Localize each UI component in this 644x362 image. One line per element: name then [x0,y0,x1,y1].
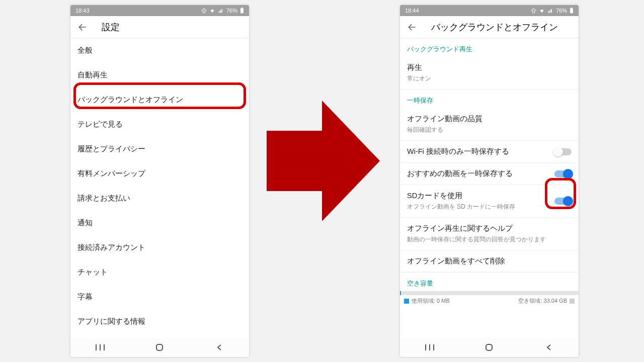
row-recommended-label: おすすめの動画を一時保存する [407,169,554,178]
settings-row[interactable]: 字幕 [70,285,249,309]
row-play-sub: 常にオン [407,74,572,83]
status-battery-text: 76% [226,8,237,14]
status-battery-text: 76% [556,8,567,14]
row-wifi-only[interactable]: Wi-Fi 接続時のみ一時保存する [400,141,579,163]
status-bar: 18:44 76% [400,5,579,16]
svg-rect-4 [570,9,573,14]
back-nav-icon[interactable] [543,342,554,353]
settings-row[interactable]: バックグラウンドとオフライン [70,87,249,112]
signal-icon [218,8,224,14]
storage-bar [400,291,579,295]
svg-marker-3 [267,101,380,221]
row-play[interactable]: 再生 常にオン [400,57,579,89]
section-bg-play: バックグラウンド再生 [400,38,579,57]
row-help-sub: 動画の一時保存に関する質問の回答が見つかります [407,235,572,244]
settings-list: 全般自動再生バックグラウンドとオフラインテレビで見る履歴とプライバシー有料メンバ… [70,38,249,338]
page-title: バックグラウンドとオフライン [431,21,558,33]
legend-used-icon [404,299,409,304]
row-delete-all-label: オフライン動画をすべて削除 [407,256,572,266]
svg-rect-5 [571,8,573,9]
settings-row[interactable]: 履歴とプライバシー [70,137,249,161]
phone-bg-offline: 18:44 76% バックグラウンドとオフライン バックグラウンド再生 再生 常… [400,5,579,357]
row-recommended[interactable]: おすすめの動画を一時保存する [400,163,579,185]
settings-row[interactable]: 自動再生 [70,63,249,87]
section-temp: 一時保存 [400,89,579,108]
row-quality-label: オフライン動画の品質 [407,114,572,124]
status-bar: 18:43 76% [70,5,249,16]
row-wifi-only-label: Wi-Fi 接続時のみ一時保存する [407,147,554,156]
recents-icon[interactable] [424,342,435,353]
legend-free-text: 空き領域: 33.04 GB [518,298,567,304]
legend-free-icon [570,299,575,304]
recents-icon[interactable] [95,342,106,353]
svg-rect-0 [240,9,244,14]
battery-icon [570,8,574,14]
vibrate-icon [531,8,536,14]
settings-row[interactable]: 請求とお支払い [70,186,249,211]
row-help-label: オフライン再生に関するヘルプ [407,224,572,233]
settings-row[interactable]: 有料メンバーシップ [70,161,249,186]
settings-row[interactable]: 通知 [70,211,249,235]
settings-row[interactable]: テレビで見る [70,112,249,137]
back-icon[interactable] [406,21,418,33]
battery-icon [240,8,244,14]
row-delete-all[interactable]: オフライン動画をすべて削除 [400,250,579,273]
row-quality-sub: 毎回確認する [407,126,572,134]
status-time: 18:44 [405,8,419,14]
back-nav-icon[interactable] [214,342,225,353]
app-bar: バックグラウンドとオフライン [400,16,579,38]
legend-used-text: 使用領域: 0 MB [412,298,450,304]
toggle-recommended[interactable] [554,170,572,177]
toggle-wifi-only[interactable] [554,148,572,155]
android-nav-bar [400,338,579,357]
home-icon[interactable] [484,342,495,353]
row-help[interactable]: オフライン再生に関するヘルプ 動画の一時保存に関する質問の回答が見つかります [400,218,579,250]
big-arrow-icon [267,90,382,231]
row-quality[interactable]: オフライン動画の品質 毎回確認する [400,108,579,141]
signal-icon [547,8,553,14]
svg-rect-2 [156,344,163,350]
home-icon[interactable] [154,342,165,353]
back-icon[interactable] [76,21,89,33]
section-storage: 空き容量 [400,273,579,291]
row-sdcard[interactable]: SDカードを使用 オフライン動画を SD カードに一時保存 [400,185,579,218]
stage: 18:43 76% 設定 全般自動再生バックグラウンドとオフラインテレビで見る履… [0,0,644,362]
storage-legend: 使用領域: 0 MB 空き領域: 33.04 GB [400,295,579,307]
vibrate-icon [201,8,207,14]
settings-row[interactable]: チャット [70,260,249,285]
wifi-icon [539,8,545,14]
settings-row[interactable]: 接続済みアカウント [70,235,249,260]
svg-rect-1 [242,8,243,9]
bg-offline-content: バックグラウンド再生 再生 常にオン 一時保存 オフライン動画の品質 毎回確認す… [400,38,579,338]
status-icons: 76% [531,8,574,14]
settings-row[interactable]: 全般 [70,38,249,63]
svg-rect-6 [486,344,492,350]
app-bar: 設定 [70,16,249,38]
row-sdcard-sub: オフライン動画を SD カードに一時保存 [407,203,554,211]
wifi-icon [209,8,215,14]
row-sdcard-label: SDカードを使用 [407,191,554,201]
settings-row[interactable]: アプリに関する情報 [70,309,249,334]
page-title: 設定 [102,21,120,33]
android-nav-bar [70,338,249,357]
status-time: 18:43 [75,8,90,14]
status-icons: 76% [201,8,244,14]
phone-settings: 18:43 76% 設定 全般自動再生バックグラウンドとオフラインテレビで見る履… [70,5,249,357]
toggle-sdcard[interactable] [554,198,572,205]
row-play-label: 再生 [407,63,572,72]
storage-meter: 使用領域: 0 MB 空き領域: 33.04 GB [400,291,579,311]
